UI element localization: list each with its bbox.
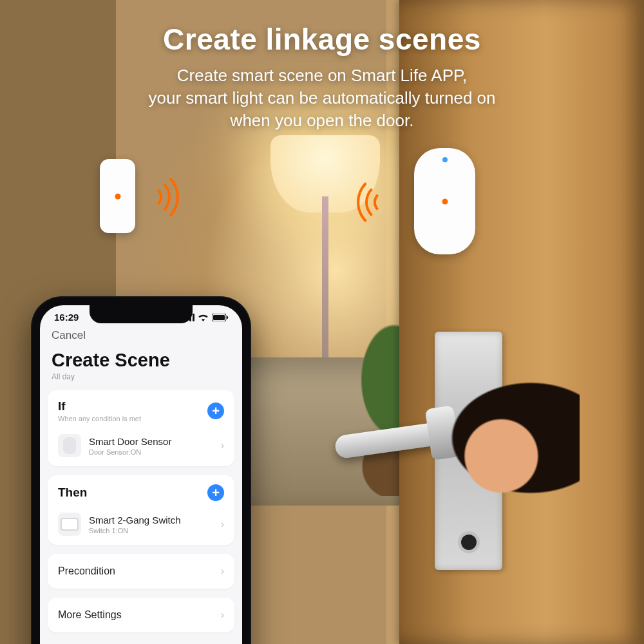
nav-bar: Cancel <box>40 325 242 348</box>
page-title: Create Scene <box>40 348 242 371</box>
wifi-icon <box>198 314 209 321</box>
hero-title: Create linkage scenes <box>0 22 644 57</box>
status-time: 16:29 <box>54 312 79 323</box>
precondition-label: Precondition <box>58 565 115 577</box>
action-device-name: Smart 2-Gang Switch <box>89 515 181 526</box>
if-hint: When any condition is met <box>58 415 141 422</box>
condition-device-name: Smart Door Sensor <box>89 436 171 447</box>
keyhole-icon <box>461 535 477 550</box>
door-sensor-magnet <box>100 159 135 233</box>
chevron-right-icon: › <box>221 565 224 577</box>
svg-rect-1 <box>213 315 225 320</box>
phone-mockup: 16:29 Cancel Create Scene All day If Whe… <box>31 296 251 644</box>
svg-rect-2 <box>227 316 228 319</box>
page-subtitle: All day <box>40 371 242 390</box>
add-action-button[interactable]: + <box>207 484 224 501</box>
promo-canvas: Create linkage scenes Create smart scene… <box>0 0 644 644</box>
battery-icon <box>212 314 228 321</box>
more-settings-row[interactable]: More Settings › <box>48 598 234 632</box>
if-section: If When any condition is met + Smart Doo… <box>48 390 234 466</box>
add-condition-button[interactable]: + <box>207 402 224 419</box>
phone-screen: 16:29 Cancel Create Scene All day If Whe… <box>40 305 242 644</box>
condition-device-state: Door Sensor:ON <box>89 448 171 456</box>
chevron-right-icon: › <box>221 518 224 530</box>
then-title: Then <box>58 486 87 500</box>
hand-reaching <box>335 348 580 528</box>
cancel-button[interactable]: Cancel <box>52 329 86 341</box>
if-title: If <box>58 399 141 413</box>
switch-icon <box>58 513 81 536</box>
action-row[interactable]: Smart 2-Gang Switch Switch 1:ON › <box>48 504 234 545</box>
door-sensor-icon <box>58 434 81 457</box>
condition-row[interactable]: Smart Door Sensor Door Sensor:ON › <box>48 425 234 466</box>
chevron-right-icon: › <box>221 609 224 621</box>
then-section: Then + Smart 2-Gang Switch Switch 1:ON › <box>48 475 234 545</box>
door-sensor-main <box>414 148 475 254</box>
hero-subtitle: Create smart scene on Smart Life APP,you… <box>58 64 586 132</box>
phone-notch <box>90 305 193 323</box>
precondition-row[interactable]: Precondition › <box>48 554 234 589</box>
action-device-state: Switch 1:ON <box>89 527 181 535</box>
chevron-right-icon: › <box>221 440 224 451</box>
more-settings-label: More Settings <box>58 609 122 621</box>
